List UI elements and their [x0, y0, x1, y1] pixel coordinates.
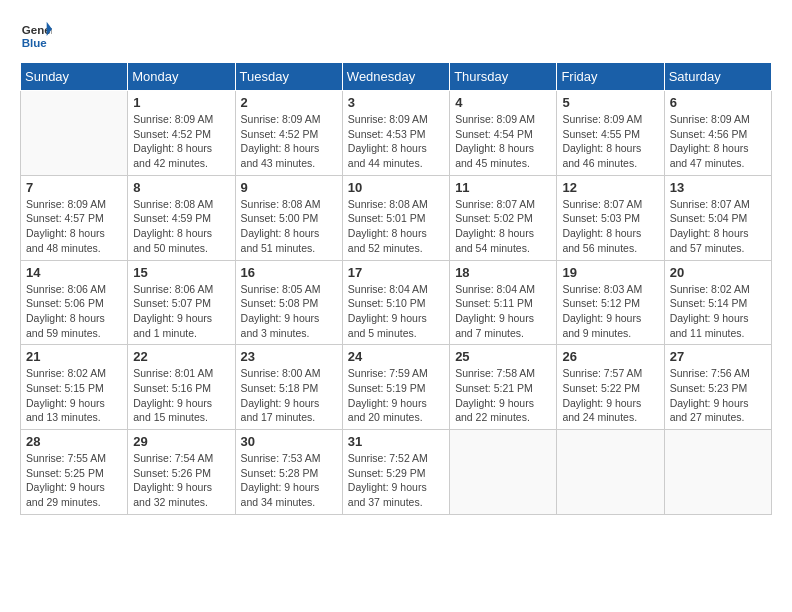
day-cell: 16Sunrise: 8:05 AMSunset: 5:08 PMDayligh…	[235, 260, 342, 345]
svg-text:Blue: Blue	[22, 37, 48, 49]
header-friday: Friday	[557, 63, 664, 91]
day-cell: 27Sunrise: 7:56 AMSunset: 5:23 PMDayligh…	[664, 345, 771, 430]
day-number: 30	[241, 434, 337, 449]
day-info: Sunrise: 7:57 AMSunset: 5:22 PMDaylight:…	[562, 366, 658, 425]
day-cell: 19Sunrise: 8:03 AMSunset: 5:12 PMDayligh…	[557, 260, 664, 345]
day-number: 28	[26, 434, 122, 449]
day-number: 6	[670, 95, 766, 110]
week-row-1: 1Sunrise: 8:09 AMSunset: 4:52 PMDaylight…	[21, 91, 772, 176]
day-info: Sunrise: 8:02 AMSunset: 5:15 PMDaylight:…	[26, 366, 122, 425]
logo-icon: General Blue	[20, 20, 52, 52]
header-sunday: Sunday	[21, 63, 128, 91]
day-number: 25	[455, 349, 551, 364]
day-info: Sunrise: 8:05 AMSunset: 5:08 PMDaylight:…	[241, 282, 337, 341]
day-number: 19	[562, 265, 658, 280]
week-row-2: 7Sunrise: 8:09 AMSunset: 4:57 PMDaylight…	[21, 175, 772, 260]
day-number: 3	[348, 95, 444, 110]
day-info: Sunrise: 8:00 AMSunset: 5:18 PMDaylight:…	[241, 366, 337, 425]
header-tuesday: Tuesday	[235, 63, 342, 91]
calendar-table: SundayMondayTuesdayWednesdayThursdayFrid…	[20, 62, 772, 515]
day-cell: 3Sunrise: 8:09 AMSunset: 4:53 PMDaylight…	[342, 91, 449, 176]
day-cell: 15Sunrise: 8:06 AMSunset: 5:07 PMDayligh…	[128, 260, 235, 345]
day-number: 1	[133, 95, 229, 110]
day-cell: 17Sunrise: 8:04 AMSunset: 5:10 PMDayligh…	[342, 260, 449, 345]
day-number: 8	[133, 180, 229, 195]
day-info: Sunrise: 8:09 AMSunset: 4:55 PMDaylight:…	[562, 112, 658, 171]
day-number: 26	[562, 349, 658, 364]
day-cell: 20Sunrise: 8:02 AMSunset: 5:14 PMDayligh…	[664, 260, 771, 345]
day-info: Sunrise: 7:55 AMSunset: 5:25 PMDaylight:…	[26, 451, 122, 510]
day-number: 12	[562, 180, 658, 195]
header-thursday: Thursday	[450, 63, 557, 91]
day-info: Sunrise: 7:56 AMSunset: 5:23 PMDaylight:…	[670, 366, 766, 425]
day-number: 20	[670, 265, 766, 280]
day-cell: 14Sunrise: 8:06 AMSunset: 5:06 PMDayligh…	[21, 260, 128, 345]
day-info: Sunrise: 8:06 AMSunset: 5:07 PMDaylight:…	[133, 282, 229, 341]
day-info: Sunrise: 8:08 AMSunset: 5:01 PMDaylight:…	[348, 197, 444, 256]
day-info: Sunrise: 8:09 AMSunset: 4:54 PMDaylight:…	[455, 112, 551, 171]
day-cell	[21, 91, 128, 176]
day-info: Sunrise: 8:07 AMSunset: 5:03 PMDaylight:…	[562, 197, 658, 256]
day-cell: 5Sunrise: 8:09 AMSunset: 4:55 PMDaylight…	[557, 91, 664, 176]
logo: General Blue	[20, 20, 52, 52]
day-cell: 11Sunrise: 8:07 AMSunset: 5:02 PMDayligh…	[450, 175, 557, 260]
day-info: Sunrise: 8:09 AMSunset: 4:52 PMDaylight:…	[241, 112, 337, 171]
day-cell: 7Sunrise: 8:09 AMSunset: 4:57 PMDaylight…	[21, 175, 128, 260]
day-cell: 13Sunrise: 8:07 AMSunset: 5:04 PMDayligh…	[664, 175, 771, 260]
day-info: Sunrise: 7:54 AMSunset: 5:26 PMDaylight:…	[133, 451, 229, 510]
day-cell: 8Sunrise: 8:08 AMSunset: 4:59 PMDaylight…	[128, 175, 235, 260]
day-info: Sunrise: 8:09 AMSunset: 4:56 PMDaylight:…	[670, 112, 766, 171]
day-cell: 6Sunrise: 8:09 AMSunset: 4:56 PMDaylight…	[664, 91, 771, 176]
day-number: 13	[670, 180, 766, 195]
day-info: Sunrise: 7:59 AMSunset: 5:19 PMDaylight:…	[348, 366, 444, 425]
day-number: 15	[133, 265, 229, 280]
week-row-5: 28Sunrise: 7:55 AMSunset: 5:25 PMDayligh…	[21, 430, 772, 515]
day-cell: 21Sunrise: 8:02 AMSunset: 5:15 PMDayligh…	[21, 345, 128, 430]
day-number: 14	[26, 265, 122, 280]
day-cell: 30Sunrise: 7:53 AMSunset: 5:28 PMDayligh…	[235, 430, 342, 515]
day-info: Sunrise: 8:09 AMSunset: 4:57 PMDaylight:…	[26, 197, 122, 256]
page-header: General Blue	[20, 20, 772, 52]
day-cell	[557, 430, 664, 515]
day-info: Sunrise: 7:58 AMSunset: 5:21 PMDaylight:…	[455, 366, 551, 425]
day-info: Sunrise: 8:08 AMSunset: 5:00 PMDaylight:…	[241, 197, 337, 256]
day-cell: 1Sunrise: 8:09 AMSunset: 4:52 PMDaylight…	[128, 91, 235, 176]
day-number: 17	[348, 265, 444, 280]
day-cell: 18Sunrise: 8:04 AMSunset: 5:11 PMDayligh…	[450, 260, 557, 345]
day-cell: 26Sunrise: 7:57 AMSunset: 5:22 PMDayligh…	[557, 345, 664, 430]
day-info: Sunrise: 8:08 AMSunset: 4:59 PMDaylight:…	[133, 197, 229, 256]
day-info: Sunrise: 8:03 AMSunset: 5:12 PMDaylight:…	[562, 282, 658, 341]
day-cell: 10Sunrise: 8:08 AMSunset: 5:01 PMDayligh…	[342, 175, 449, 260]
day-number: 21	[26, 349, 122, 364]
day-info: Sunrise: 8:04 AMSunset: 5:10 PMDaylight:…	[348, 282, 444, 341]
day-info: Sunrise: 8:01 AMSunset: 5:16 PMDaylight:…	[133, 366, 229, 425]
day-cell: 22Sunrise: 8:01 AMSunset: 5:16 PMDayligh…	[128, 345, 235, 430]
day-cell: 12Sunrise: 8:07 AMSunset: 5:03 PMDayligh…	[557, 175, 664, 260]
day-cell: 25Sunrise: 7:58 AMSunset: 5:21 PMDayligh…	[450, 345, 557, 430]
calendar-header-row: SundayMondayTuesdayWednesdayThursdayFrid…	[21, 63, 772, 91]
day-cell: 31Sunrise: 7:52 AMSunset: 5:29 PMDayligh…	[342, 430, 449, 515]
day-number: 27	[670, 349, 766, 364]
day-info: Sunrise: 8:09 AMSunset: 4:52 PMDaylight:…	[133, 112, 229, 171]
day-number: 4	[455, 95, 551, 110]
day-number: 24	[348, 349, 444, 364]
day-number: 10	[348, 180, 444, 195]
day-cell: 23Sunrise: 8:00 AMSunset: 5:18 PMDayligh…	[235, 345, 342, 430]
day-number: 22	[133, 349, 229, 364]
week-row-3: 14Sunrise: 8:06 AMSunset: 5:06 PMDayligh…	[21, 260, 772, 345]
day-info: Sunrise: 8:07 AMSunset: 5:02 PMDaylight:…	[455, 197, 551, 256]
header-saturday: Saturday	[664, 63, 771, 91]
day-cell: 9Sunrise: 8:08 AMSunset: 5:00 PMDaylight…	[235, 175, 342, 260]
day-cell: 28Sunrise: 7:55 AMSunset: 5:25 PMDayligh…	[21, 430, 128, 515]
day-info: Sunrise: 7:53 AMSunset: 5:28 PMDaylight:…	[241, 451, 337, 510]
header-monday: Monday	[128, 63, 235, 91]
day-number: 2	[241, 95, 337, 110]
day-info: Sunrise: 8:07 AMSunset: 5:04 PMDaylight:…	[670, 197, 766, 256]
day-number: 7	[26, 180, 122, 195]
day-number: 11	[455, 180, 551, 195]
day-number: 31	[348, 434, 444, 449]
day-number: 18	[455, 265, 551, 280]
day-cell: 24Sunrise: 7:59 AMSunset: 5:19 PMDayligh…	[342, 345, 449, 430]
day-number: 16	[241, 265, 337, 280]
day-cell: 4Sunrise: 8:09 AMSunset: 4:54 PMDaylight…	[450, 91, 557, 176]
